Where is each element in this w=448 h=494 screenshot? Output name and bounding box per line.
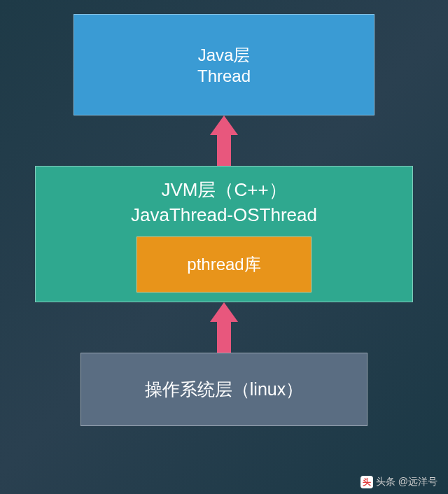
os-layer-title: 操作系统层（linux） xyxy=(145,378,303,401)
watermark: 头 头条 @远洋号 xyxy=(360,476,438,488)
arrow-shaft-icon xyxy=(217,322,231,353)
diagram-container: Java层 Thread JVM层（C++） JavaThread-OSThre… xyxy=(0,0,448,494)
arrow-os-to-jvm xyxy=(214,302,234,353)
jvm-layer-subtitle: JavaThread-OSThread xyxy=(131,202,317,227)
arrow-head-icon xyxy=(210,302,238,322)
toutiao-icon: 头 xyxy=(360,476,373,488)
pthread-box: pthread库 xyxy=(136,237,312,292)
watermark-prefix: 头条 xyxy=(376,476,396,488)
pthread-label: pthread库 xyxy=(187,253,260,276)
arrow-shaft-icon xyxy=(217,135,231,166)
os-layer-box: 操作系统层（linux） xyxy=(80,353,368,426)
jvm-layer-box: JVM层（C++） JavaThread-OSThread pthread库 xyxy=(35,166,413,302)
jvm-layer-title: JVM层（C++） xyxy=(131,177,317,202)
java-layer-box: Java层 Thread xyxy=(74,14,374,115)
watermark-author: @远洋号 xyxy=(398,476,438,488)
java-layer-subtitle: Thread xyxy=(197,66,251,86)
arrow-head-icon xyxy=(210,115,238,135)
jvm-layer-text: JVM层（C++） JavaThread-OSThread xyxy=(131,177,317,228)
java-layer-title: Java层 xyxy=(198,44,251,66)
arrow-jvm-to-java xyxy=(214,115,234,166)
